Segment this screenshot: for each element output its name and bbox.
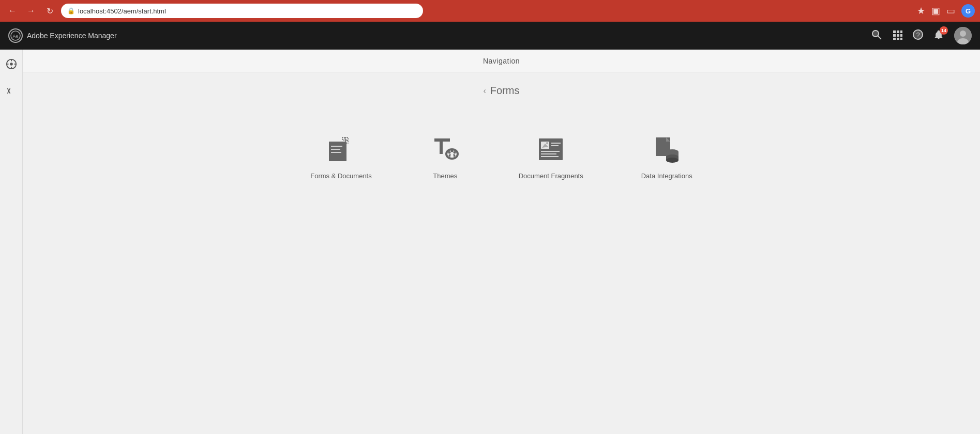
- aem-logo[interactable]: Ae Adobe Experience Manager: [8, 28, 117, 43]
- svg-rect-12: [900, 38, 902, 40]
- svg-rect-46: [551, 145, 559, 146]
- svg-rect-25: [342, 137, 345, 140]
- nav-item-document-fragments[interactable]: Document Fragments: [510, 126, 592, 188]
- svg-point-44: [546, 142, 548, 144]
- breadcrumb-label[interactable]: Forms: [490, 85, 520, 97]
- browser-user-avatar[interactable]: G: [961, 4, 975, 18]
- svg-rect-11: [897, 38, 899, 40]
- svg-point-2: [872, 30, 879, 37]
- svg-text:?: ?: [916, 31, 919, 39]
- back-button[interactable]: ←: [5, 4, 20, 18]
- notifications-icon[interactable]: 14: [933, 29, 944, 42]
- svg-point-56: [666, 158, 679, 163]
- browser-chrome: ← → ↻ 🔒 localhost:4502/aem/start.html ★ …: [0, 0, 980, 22]
- main-layout: Navigation ‹ Forms: [0, 50, 980, 434]
- svg-point-40: [450, 154, 454, 158]
- svg-point-35: [448, 151, 450, 154]
- forms-documents-label: Forms & Documents: [310, 172, 371, 180]
- svg-rect-5: [897, 30, 899, 33]
- svg-rect-9: [900, 34, 902, 37]
- svg-rect-49: [541, 156, 559, 157]
- data-integrations-icon: [651, 134, 682, 165]
- svg-rect-4: [893, 30, 896, 33]
- sidebar-navigate-icon[interactable]: [2, 55, 21, 73]
- data-integrations-label: Data Integrations: [641, 172, 692, 180]
- svg-rect-30: [331, 152, 341, 153]
- user-avatar[interactable]: [954, 27, 972, 44]
- apps-icon[interactable]: [892, 29, 902, 42]
- nav-item-forms-documents[interactable]: Forms & Documents: [302, 126, 380, 188]
- search-icon[interactable]: [871, 29, 882, 42]
- themes-icon: [430, 134, 461, 165]
- svg-point-16: [960, 30, 966, 37]
- aem-header-right: ? 14: [871, 27, 972, 44]
- svg-rect-32: [440, 138, 443, 154]
- forward-button[interactable]: →: [24, 4, 38, 18]
- aem-logo-icon: Ae: [8, 28, 23, 43]
- nav-item-themes[interactable]: Themes: [421, 126, 469, 188]
- sidebar: [0, 50, 23, 434]
- content-area: Navigation ‹ Forms: [23, 50, 980, 434]
- notification-badge: 14: [940, 26, 948, 35]
- svg-rect-6: [900, 30, 902, 33]
- forms-documents-icon: [325, 134, 356, 165]
- svg-rect-10: [893, 38, 896, 40]
- svg-point-37: [453, 151, 456, 154]
- sidebar-tools-icon[interactable]: [2, 82, 21, 100]
- bookmark-icon[interactable]: ★: [917, 5, 925, 17]
- svg-rect-45: [551, 143, 561, 144]
- browser-right-icons: ★ ▣ ▭ G: [917, 4, 975, 18]
- aem-app-name: Adobe Experience Manager: [27, 32, 117, 40]
- nav-items-grid: Forms & Documents: [23, 105, 980, 209]
- svg-point-36: [450, 150, 453, 152]
- nav-item-data-integrations[interactable]: Data Integrations: [633, 126, 701, 188]
- aem-header: Ae Adobe Experience Manager: [0, 22, 980, 50]
- cast-icon[interactable]: ▭: [946, 5, 955, 17]
- svg-rect-47: [541, 151, 560, 152]
- svg-rect-48: [541, 153, 556, 154]
- address-bar[interactable]: 🔒 localhost:4502/aem/start.html: [61, 4, 423, 18]
- svg-rect-24: [329, 142, 346, 161]
- document-fragments-label: Document Fragments: [519, 172, 583, 180]
- svg-rect-28: [331, 146, 342, 147]
- svg-text:Ae: Ae: [12, 34, 18, 39]
- document-fragments-icon: [535, 134, 566, 165]
- url-text: localhost:4502/aem/start.html: [78, 7, 166, 15]
- svg-line-3: [878, 36, 881, 39]
- svg-rect-8: [897, 34, 899, 37]
- svg-point-19: [10, 63, 13, 66]
- navigation-header: Navigation: [23, 50, 980, 72]
- navigation-title: Navigation: [483, 57, 520, 65]
- themes-label: Themes: [433, 172, 457, 180]
- svg-rect-7: [893, 34, 896, 37]
- lock-icon: 🔒: [67, 7, 75, 14]
- help-icon[interactable]: ?: [913, 29, 923, 42]
- svg-rect-26: [345, 137, 348, 140]
- svg-rect-29: [331, 149, 340, 150]
- breadcrumb-back-arrow[interactable]: ‹: [484, 86, 486, 96]
- breadcrumb-bar: ‹ Forms: [23, 72, 980, 105]
- refresh-button[interactable]: ↻: [42, 4, 57, 18]
- extension-icon[interactable]: ▣: [931, 5, 940, 17]
